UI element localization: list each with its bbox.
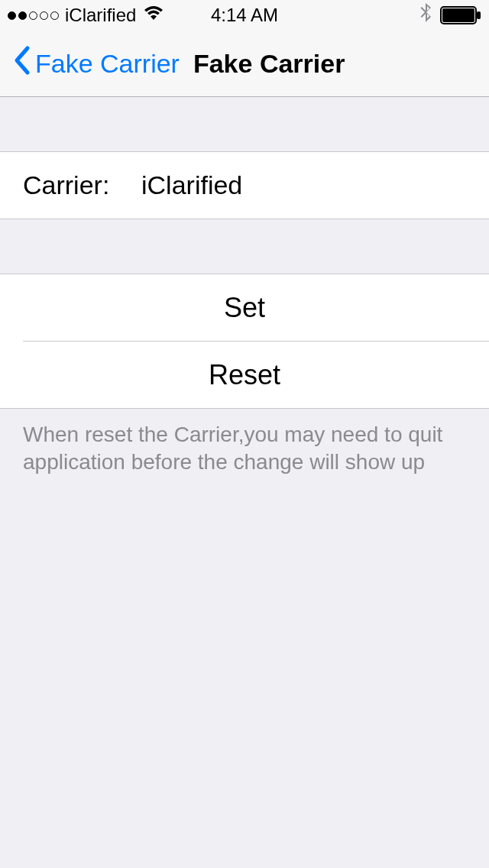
- carrier-label: iClarified: [65, 5, 136, 26]
- wifi-icon: [144, 5, 164, 26]
- svg-rect-1: [442, 8, 474, 22]
- status-bar: iClarified 4:14 AM: [0, 0, 489, 31]
- battery-icon: [440, 6, 481, 24]
- set-button[interactable]: Set: [0, 274, 489, 341]
- back-label: Fake Carrier: [35, 49, 180, 79]
- back-button[interactable]: Fake Carrier: [12, 45, 180, 82]
- carrier-input[interactable]: [141, 170, 466, 200]
- chevron-left-icon: [12, 45, 31, 82]
- bluetooth-icon: [420, 2, 432, 28]
- page-title: Fake Carrier: [193, 49, 345, 79]
- carrier-row: Carrier:: [0, 152, 489, 219]
- signal-strength-icon: [8, 11, 59, 20]
- reset-button[interactable]: Reset: [0, 342, 489, 408]
- footer-note: When reset the Carrier,you may need to q…: [0, 409, 489, 489]
- navigation-bar: Fake Carrier Fake Carrier: [0, 31, 489, 97]
- carrier-field-label: Carrier:: [23, 170, 141, 200]
- svg-rect-2: [477, 11, 481, 19]
- status-time: 4:14 AM: [211, 5, 278, 26]
